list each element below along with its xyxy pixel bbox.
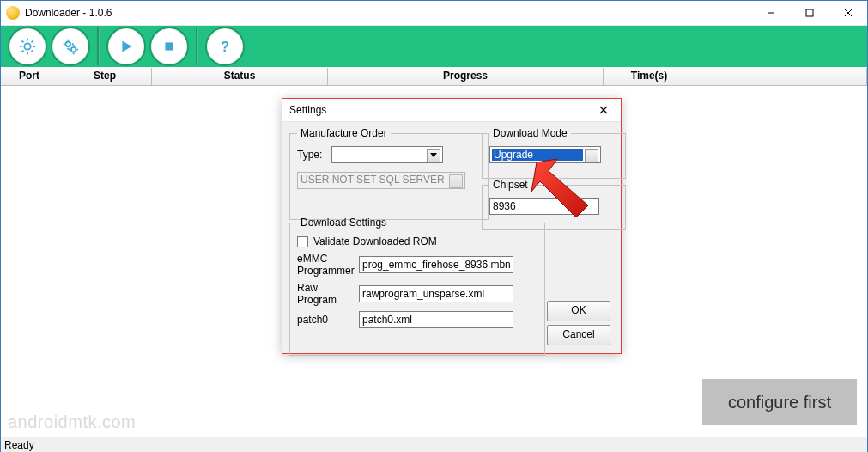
window-controls [751, 1, 867, 25]
type-combo[interactable] [331, 146, 443, 163]
chipset-legend: Chipset [489, 179, 531, 191]
col-time[interactable]: Time(s) [604, 68, 695, 85]
window-title: Downloader - 1.0.6 [25, 7, 112, 19]
play-icon [117, 37, 136, 56]
close-icon [599, 106, 608, 114]
toolbar-separator [196, 27, 198, 65]
server-value: USER NOT SET SQL SERVER [300, 174, 445, 186]
main-window: Downloader - 1.0.6 ? [0, 0, 868, 452]
statusbar: Ready [1, 437, 867, 452]
stop-icon [160, 37, 179, 56]
server-combo: USER NOT SET SQL SERVER [297, 172, 465, 189]
dialog-title: Settings [289, 104, 326, 116]
svg-rect-8 [165, 42, 173, 50]
manufacture-legend: Manufacture Order [297, 127, 391, 139]
dialog-close-button[interactable] [586, 99, 621, 121]
chipset-input[interactable] [489, 198, 599, 215]
chevron-down-icon [588, 153, 595, 157]
raw-input[interactable] [359, 285, 513, 302]
gear-icon [18, 37, 37, 56]
download-mode-value: Upgrade [492, 149, 583, 161]
toolbar-separator [97, 27, 100, 65]
help-icon: ? [215, 37, 234, 56]
minimize-button[interactable] [751, 1, 790, 25]
svg-rect-1 [806, 9, 813, 16]
cancel-button[interactable]: Cancel [547, 325, 610, 345]
settings-dialog: Settings Manufacture Order Type: USER NO… [282, 98, 622, 354]
chevron-down-icon [430, 153, 437, 157]
svg-point-4 [24, 43, 30, 49]
help-button[interactable]: ? [205, 27, 245, 66]
col-step[interactable]: Step [58, 68, 152, 85]
download-mode-combo[interactable]: Upgrade [489, 146, 601, 163]
validate-checkbox[interactable] [297, 236, 308, 247]
download-mode-legend: Download Mode [489, 127, 571, 139]
column-headers: Port Step Status Progress Time(s) [1, 67, 867, 86]
col-progress[interactable]: Progress [328, 68, 604, 85]
download-mode-group: Download Mode Upgrade [482, 127, 626, 179]
svg-text:?: ? [221, 39, 229, 54]
app-icon [6, 6, 20, 20]
svg-marker-7 [122, 41, 131, 52]
col-status[interactable]: Status [152, 68, 328, 85]
toolbar: ? [1, 26, 867, 67]
svg-point-5 [66, 42, 71, 47]
raw-label: Raw Program [297, 282, 359, 306]
emmc-label: eMMC Programmer [297, 253, 359, 277]
svg-point-6 [71, 47, 76, 52]
dialog-body: Manufacture Order Type: USER NOT SET SQL… [282, 122, 621, 361]
validate-label: Validate Downloaded ROM [313, 235, 437, 247]
annotation-label: configure first [702, 379, 857, 425]
gears-icon [61, 37, 80, 56]
settings-gears-button[interactable] [51, 27, 90, 66]
type-label: Type: [297, 149, 331, 161]
col-port[interactable]: Port [1, 68, 58, 85]
ok-button[interactable]: OK [547, 301, 610, 321]
col-empty [695, 68, 867, 85]
watermark: androidmtk.com [8, 412, 136, 432]
dialog-titlebar: Settings [282, 99, 621, 122]
start-button[interactable] [106, 27, 146, 66]
stop-button[interactable] [149, 27, 189, 66]
chevron-down-icon [452, 179, 459, 183]
maximize-button[interactable] [790, 1, 829, 25]
emmc-input[interactable] [359, 256, 513, 273]
manufacture-order-group: Manufacture Order Type: USER NOT SET SQL… [289, 127, 489, 220]
patch-label: patch0 [297, 314, 359, 326]
close-button[interactable] [829, 1, 867, 25]
download-settings-group: Download Settings Validate Downloaded RO… [289, 217, 545, 356]
titlebar: Downloader - 1.0.6 [1, 1, 867, 26]
download-settings-legend: Download Settings [297, 217, 390, 229]
patch-input[interactable] [359, 311, 513, 328]
settings-gear-button[interactable] [8, 27, 47, 66]
